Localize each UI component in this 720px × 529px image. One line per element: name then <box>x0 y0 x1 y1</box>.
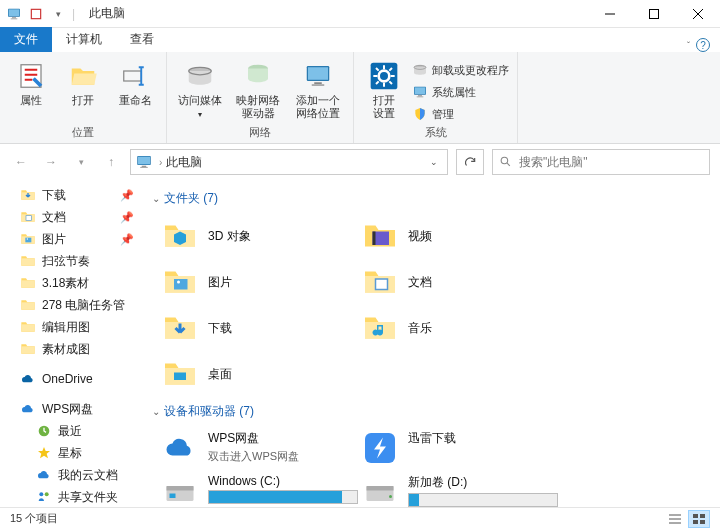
folder-item-desktop[interactable]: 桌面 <box>158 351 358 397</box>
svg-point-32 <box>501 157 508 164</box>
drive-label: WPS网盘 <box>208 430 354 447</box>
download-icon <box>162 310 198 346</box>
chevron-down-icon: ⌄ <box>152 406 160 417</box>
sidebar-item-recent[interactable]: 最近 <box>0 420 144 442</box>
folder-label: 下载 <box>208 320 232 337</box>
sidebar-item-star[interactable]: 星标 <box>0 442 144 464</box>
folder-icon <box>20 253 36 269</box>
up-button[interactable]: ↑ <box>100 151 122 173</box>
search-input[interactable]: 搜索"此电脑" <box>492 149 710 175</box>
svg-rect-27 <box>31 9 40 18</box>
drive-item[interactable]: Windows (C:)17.8 GB 可用，共 178 GB <box>158 470 358 510</box>
folder-icon <box>20 319 36 335</box>
drive-label: Windows (C:) <box>208 474 358 488</box>
capacity-bar <box>408 493 558 507</box>
folder-label: 视频 <box>408 228 432 245</box>
properties-button[interactable]: 属性 <box>8 56 54 107</box>
titlebar: ▾ | 此电脑 <box>0 0 720 28</box>
cloud-icon <box>20 371 36 387</box>
sidebar: 下载📌文档📌图片📌扫弦节奏3.18素材278 电脑任务管编辑用图素材成图OneD… <box>0 180 144 510</box>
uninstall-button[interactable]: 卸载或更改程序 <box>412 60 509 80</box>
sidebar-item-folder[interactable]: 扫弦节奏 <box>0 250 144 272</box>
folder-label: 3D 对象 <box>208 228 251 245</box>
sysprops-button[interactable]: 系统属性 <box>412 82 509 102</box>
drive-item[interactable]: 迅雷下载 <box>358 426 558 470</box>
xunlei-icon <box>362 430 398 466</box>
close-button[interactable] <box>676 0 720 28</box>
sidebar-item-folder[interactable]: 3.18素材 <box>0 272 144 294</box>
folders-section-header[interactable]: ⌄ 文件夹 (7) <box>148 184 720 213</box>
drive-label: 迅雷下载 <box>408 430 554 447</box>
capacity-bar <box>208 490 358 504</box>
map-drive-button[interactable]: 映射网络 驱动器 <box>231 56 285 120</box>
tab-computer[interactable]: 计算机 <box>52 27 116 52</box>
sidebar-item-label: 扫弦节奏 <box>42 253 90 270</box>
sidebar-item-label: 最近 <box>58 423 82 440</box>
folder-label: 桌面 <box>208 366 232 383</box>
qat-button[interactable] <box>28 6 44 22</box>
doc-icon <box>362 264 398 300</box>
forward-button[interactable]: → <box>40 151 62 173</box>
drives-section-header[interactable]: ⌄ 设备和驱动器 (7) <box>148 397 720 426</box>
sidebar-item-cloud[interactable]: OneDrive <box>0 368 144 390</box>
minimize-button[interactable] <box>588 0 632 28</box>
sidebar-item-label: 我的云文档 <box>58 467 118 484</box>
access-media-button[interactable]: 访问媒体 ▾ <box>175 56 225 121</box>
open-button[interactable]: 打开 <box>60 56 106 107</box>
help-icon[interactable]: ? <box>696 38 710 52</box>
refresh-button[interactable] <box>456 149 484 175</box>
folder-item-music[interactable]: 音乐 <box>358 305 558 351</box>
add-netloc-button[interactable]: 添加一个 网络位置 <box>291 56 345 120</box>
pic-icon <box>20 231 36 247</box>
recent-dropdown[interactable]: ▾ <box>70 151 92 173</box>
sidebar-item-label: 下载 <box>42 187 66 204</box>
folder-item-doc[interactable]: 文档 <box>358 259 558 305</box>
folder-item-download[interactable]: 下载 <box>158 305 358 351</box>
folder-item-video[interactable]: 视频 <box>358 213 558 259</box>
sidebar-item-pic[interactable]: 图片📌 <box>0 228 144 250</box>
sidebar-item-label: 素材成图 <box>42 341 90 358</box>
sidebar-item-label: WPS网盘 <box>42 401 93 418</box>
hdd-icon <box>362 474 398 510</box>
sidebar-item-label: 共享文件夹 <box>58 489 118 506</box>
folder-item-pic[interactable]: 图片 <box>158 259 358 305</box>
open-settings-button[interactable]: 打开 设置 <box>362 56 406 120</box>
sidebar-item-label: 278 电脑任务管 <box>42 297 125 314</box>
pin-icon: 📌 <box>120 233 134 246</box>
address-bar[interactable]: › 此电脑 ⌄ <box>130 149 448 175</box>
manage-button[interactable]: 管理 <box>412 104 509 124</box>
sidebar-item-doc[interactable]: 文档📌 <box>0 206 144 228</box>
view-icons-button[interactable] <box>688 510 710 528</box>
item-count: 15 个项目 <box>10 511 58 526</box>
ribbon-group-network: 访问媒体 ▾ 映射网络 驱动器 添加一个 网络位置 网络 <box>167 52 354 143</box>
sidebar-item-clouddoc[interactable]: 我的云文档 <box>0 464 144 486</box>
sidebar-item-share[interactable]: 共享文件夹 <box>0 486 144 508</box>
folder-label: 音乐 <box>408 320 432 337</box>
tab-view[interactable]: 查看 <box>116 27 168 52</box>
video-icon <box>362 218 398 254</box>
rename-button[interactable]: 重命名 <box>112 56 158 107</box>
drive-item[interactable]: WPS网盘双击进入WPS网盘 <box>158 426 358 470</box>
ribbon-collapse-icon[interactable]: ˇ <box>687 40 690 50</box>
address-dropdown-icon[interactable]: ⌄ <box>425 157 443 167</box>
sidebar-item-wps[interactable]: WPS网盘 <box>0 398 144 420</box>
sidebar-item-folder[interactable]: 278 电脑任务管 <box>0 294 144 316</box>
app-icon <box>6 6 22 22</box>
sidebar-item-folder[interactable]: 编辑用图 <box>0 316 144 338</box>
folder-icon <box>20 297 36 313</box>
sidebar-item-download[interactable]: 下载📌 <box>0 184 144 206</box>
sidebar-item-label: 图片 <box>42 231 66 248</box>
sidebar-item-folder[interactable]: 素材成图 <box>0 338 144 360</box>
view-details-button[interactable] <box>664 510 686 528</box>
doc-icon <box>20 209 36 225</box>
qat-dropdown[interactable]: ▾ <box>50 6 66 22</box>
sidebar-item-label: 文档 <box>42 209 66 226</box>
ribbon: 属性 打开 重命名 位置 访问媒体 ▾ 映射网络 驱动器 添加一个 网络位置 网… <box>0 52 720 144</box>
svg-rect-38 <box>700 514 705 518</box>
tab-file[interactable]: 文件 <box>0 27 52 52</box>
ssd-icon <box>162 474 198 510</box>
back-button[interactable]: ← <box>10 151 32 173</box>
drive-item[interactable]: 新加卷 (D:)47.3 GB 可用，共 50.9 GB <box>358 470 558 510</box>
maximize-button[interactable] <box>632 0 676 28</box>
folder-item-3d[interactable]: 3D 对象 <box>158 213 358 259</box>
